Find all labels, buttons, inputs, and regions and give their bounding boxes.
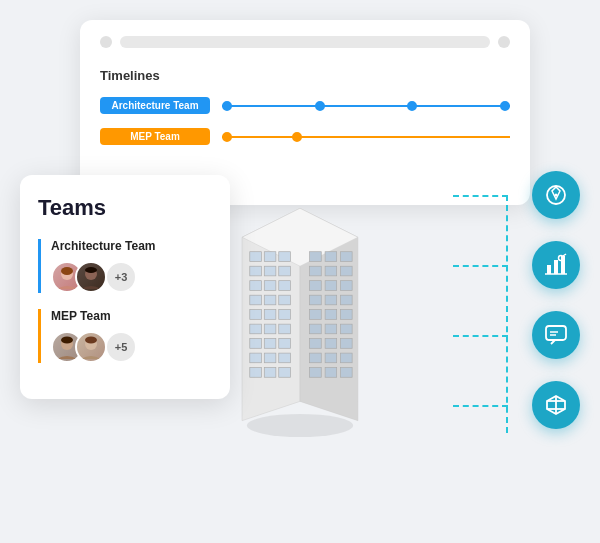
svg-rect-21 — [279, 266, 291, 276]
svg-rect-19 — [250, 266, 262, 276]
svg-rect-31 — [250, 324, 262, 334]
analytics-icon-circle[interactable] — [532, 241, 580, 289]
arch-dot-1 — [222, 101, 232, 111]
mep-avatars: +5 — [51, 331, 212, 363]
svg-rect-39 — [279, 353, 291, 363]
svg-rect-51 — [341, 281, 353, 291]
svg-rect-44 — [325, 252, 337, 262]
svg-line-77 — [563, 254, 566, 256]
building-illustration — [200, 160, 400, 440]
browser-dot — [100, 36, 112, 48]
svg-rect-72 — [547, 265, 551, 274]
svg-rect-26 — [264, 295, 276, 305]
svg-point-2 — [61, 267, 73, 275]
chat-icon-circle[interactable] — [532, 311, 580, 359]
svg-rect-65 — [325, 353, 337, 363]
svg-rect-45 — [341, 252, 353, 262]
arch-team-label: Architecture Team — [100, 97, 210, 114]
mep-dot-2 — [292, 132, 302, 142]
arch-team-name: Architecture Team — [51, 239, 212, 253]
svg-rect-24 — [279, 281, 291, 291]
timelines-heading: Timelines — [100, 68, 510, 83]
arch-dot-2 — [315, 101, 325, 111]
mep-timeline — [222, 136, 510, 138]
svg-point-8 — [61, 337, 73, 344]
svg-rect-67 — [310, 368, 322, 378]
svg-rect-56 — [325, 310, 337, 320]
svg-rect-55 — [310, 310, 322, 320]
compass-icon-circle[interactable] — [532, 171, 580, 219]
svg-rect-41 — [264, 368, 276, 378]
svg-rect-73 — [554, 260, 558, 274]
arch-dot-4 — [500, 101, 510, 111]
avatar-4 — [75, 331, 107, 363]
mep-count: +5 — [105, 331, 137, 363]
svg-rect-42 — [279, 368, 291, 378]
timeline-row-mep: MEP Team — [100, 128, 510, 145]
arch-avatars: +3 — [51, 261, 212, 293]
svg-rect-38 — [264, 353, 276, 363]
svg-rect-62 — [325, 339, 337, 349]
arch-timeline — [222, 105, 510, 107]
svg-rect-20 — [264, 266, 276, 276]
cube-icon-circle[interactable] — [532, 381, 580, 429]
svg-rect-47 — [325, 266, 337, 276]
svg-rect-22 — [250, 281, 262, 291]
svg-rect-52 — [310, 295, 322, 305]
avatar-2 — [75, 261, 107, 293]
connector-vertical — [506, 195, 508, 433]
svg-rect-69 — [341, 368, 353, 378]
browser-address-bar — [120, 36, 490, 48]
svg-rect-17 — [264, 252, 276, 262]
browser-dot-right — [498, 36, 510, 48]
svg-rect-30 — [279, 310, 291, 320]
svg-point-71 — [555, 194, 558, 197]
svg-rect-49 — [310, 281, 322, 291]
svg-rect-18 — [279, 252, 291, 262]
svg-rect-78 — [546, 326, 566, 340]
svg-rect-33 — [279, 324, 291, 334]
svg-rect-54 — [341, 295, 353, 305]
svg-rect-25 — [250, 295, 262, 305]
svg-rect-64 — [310, 353, 322, 363]
scene: Timelines Architecture Team MEP Team — [0, 0, 600, 543]
svg-rect-29 — [264, 310, 276, 320]
svg-rect-35 — [264, 339, 276, 349]
browser-chrome — [100, 36, 510, 48]
teams-title: Teams — [38, 195, 212, 221]
svg-rect-61 — [310, 339, 322, 349]
svg-rect-34 — [250, 339, 262, 349]
mep-dot-1 — [222, 132, 232, 142]
arch-dot-3 — [407, 101, 417, 111]
svg-rect-59 — [325, 324, 337, 334]
svg-point-12 — [247, 414, 353, 437]
svg-rect-53 — [325, 295, 337, 305]
svg-rect-27 — [279, 295, 291, 305]
team-item-mep: MEP Team — [38, 309, 212, 363]
svg-rect-40 — [250, 368, 262, 378]
svg-rect-43 — [310, 252, 322, 262]
svg-rect-58 — [310, 324, 322, 334]
svg-rect-28 — [250, 310, 262, 320]
svg-rect-50 — [325, 281, 337, 291]
svg-rect-37 — [250, 353, 262, 363]
team-item-arch: Architecture Team — [38, 239, 212, 293]
svg-rect-46 — [310, 266, 322, 276]
svg-rect-60 — [341, 324, 353, 334]
svg-rect-63 — [341, 339, 353, 349]
svg-rect-57 — [341, 310, 353, 320]
svg-rect-48 — [341, 266, 353, 276]
connector-h1 — [453, 195, 508, 197]
svg-rect-16 — [250, 252, 262, 262]
timeline-row-arch: Architecture Team — [100, 97, 510, 114]
svg-rect-68 — [325, 368, 337, 378]
arch-count: +3 — [105, 261, 137, 293]
mep-team-name: MEP Team — [51, 309, 212, 323]
svg-rect-23 — [264, 281, 276, 291]
connector-h2 — [453, 265, 508, 267]
mep-team-label: MEP Team — [100, 128, 210, 145]
svg-rect-32 — [264, 324, 276, 334]
svg-rect-66 — [341, 353, 353, 363]
svg-point-11 — [85, 337, 97, 344]
connector-h3 — [453, 335, 508, 337]
